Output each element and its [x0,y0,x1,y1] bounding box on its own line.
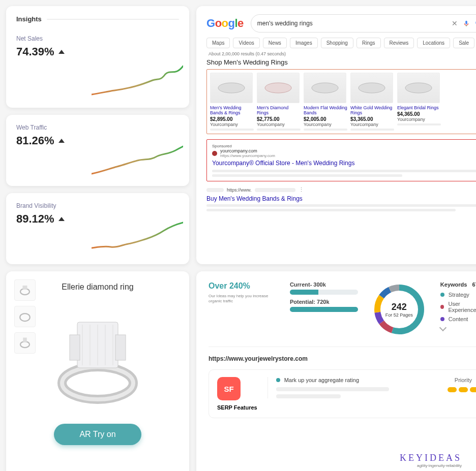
thumbnail[interactable] [14,332,36,354]
product-title: Elegant Bridal Rings [397,105,441,110]
expand-legend[interactable] [440,325,476,330]
shopping-carousel: Men's Wedding Bands & Rings $2,895.00 Yo… [206,69,476,134]
trend-up-icon [58,217,65,221]
product-price: $4,365.00 [397,111,441,117]
sparkline-web-traffic [92,143,183,179]
keywords-label: Keywords [440,281,467,288]
product-card[interactable]: Modern Flat Wedding Bands $2,005.00 Your… [304,73,347,131]
analyzed-url: https://www.yourjewelrystore.com [209,347,476,362]
search-tabs: Maps Videos News Images Shopping Rings R… [206,38,476,48]
legend-item: Content [440,316,476,322]
donut-value: 242 [392,302,407,312]
tab-sale[interactable]: Sale [453,38,474,48]
organic-url-prefix: https://www. [227,187,252,193]
product-price: $2,895.00 [210,116,254,122]
sf-badge: SF [217,377,241,400]
product-image-large [42,307,154,409]
search-input[interactable]: men's wedding rings ✕ [251,14,476,33]
product-price: $2,775.00 [257,116,301,122]
product-title: Ellerie diamond ring [62,282,133,292]
svg-point-11 [20,341,29,348]
sf-recommendation: Mark up your aggregate rating [284,377,359,383]
keywords-count: 670 [472,281,476,288]
product-card[interactable]: Men's Wedding Bands & Rings $2,895.00 Yo… [210,73,254,131]
product-image [257,73,300,103]
product-image [350,73,393,103]
tab-news[interactable]: News [263,38,287,48]
tab-videos[interactable]: Videos [233,38,259,48]
brand-tagline: agility·ingenuity·reliability [400,463,462,468]
product-title: Men's Diamond Rings [257,105,301,115]
priority-label: Priority [448,377,476,383]
metric-card-web-traffic: Web Traffic 81.26% [6,115,189,186]
metric-label-brand-visibility: Brand Visibility [16,202,179,209]
tab-reviews[interactable]: Reviews [384,38,414,48]
svg-point-5 [312,83,338,93]
svg-rect-12 [23,338,27,342]
sponsored-url: https://www.yourcompany.com [220,153,275,158]
metric-label-net-sales: Net Sales [16,35,179,42]
sponsored-headline: Yourcompany® Official Store - Men's Wedd… [212,160,476,167]
thumbnail[interactable] [14,279,36,301]
insights-column: Insights Net Sales 74.39% Web Traffic 81… [6,6,189,264]
tab-maps[interactable]: Maps [206,38,230,48]
donut-sub: For 52 Pages [385,312,413,318]
product-company: Yourcompany [304,122,347,127]
product-title: White Gold Wedding Rings [350,105,394,115]
mic-icon[interactable] [463,20,470,27]
ideas-donut-chart: 242 For 52 Pages [371,281,427,337]
product-company: Yourcompany [210,122,254,127]
sponsored-label: Sponsored [212,144,476,148]
metric-label-web-traffic: Web Traffic [16,124,179,131]
organic-result[interactable]: https://www. ⋮ Buy Men's Wedding Bands &… [206,186,476,211]
svg-rect-22 [115,335,126,360]
product-company: Yourcompany [397,117,441,122]
metric-value-web-traffic: 81.26% [16,134,54,147]
svg-rect-9 [23,286,27,290]
brand-name: KEYIDEAS [400,453,462,463]
sf-label: SERP Features [217,404,257,411]
product-image [397,73,440,103]
serp-features-box: SF SERP Features Mark up your aggregate … [209,369,476,418]
svg-point-3 [218,83,245,93]
legend-item: Strategy [440,292,476,298]
tab-locations[interactable]: Locations [417,38,450,48]
ar-tryon-card: Ellerie diamond ring AR Try on [6,271,189,471]
product-card[interactable]: Elegant Bridal Rings $4,365.00 Yourcompa… [397,73,441,131]
product-card[interactable]: Men's Diamond Rings $2,775.00 Yourcompan… [257,73,301,131]
current-label: Current- 300k [290,281,358,288]
svg-point-6 [359,83,385,93]
thumbnail[interactable] [14,306,36,327]
chevron-down-icon [439,324,447,331]
product-image [210,73,253,103]
svg-point-4 [265,83,291,93]
divider [47,19,179,20]
tab-shopping[interactable]: Shopping [321,38,353,48]
clear-icon[interactable]: ✕ [452,19,458,27]
sponsored-domain: yourcompany.com [220,148,275,153]
priority-indicator [448,387,476,392]
svg-point-8 [20,289,29,295]
product-card[interactable]: White Gold Wedding Rings $3,365.00 Yourc… [350,73,394,131]
organic-title: Buy Men's Wedding Bands & Rings [206,195,476,202]
sponsored-result[interactable]: Sponsored yourcompany.com https://www.yo… [206,139,476,181]
metric-value-brand-visibility: 89.12% [16,212,54,226]
product-title: Modern Flat Wedding Bands [304,105,347,115]
metric-value-net-sales: 74.39% [16,45,54,58]
traffic-subtext: Our Ideas may help you increase organic … [209,294,277,304]
serp-card: Google men's wedding rings ✕ Maps Videos… [196,6,476,264]
shopping-carousel-title: Shop Men's Wedding Rings [206,58,476,66]
trend-up-icon [58,50,65,54]
tab-images[interactable]: Images [290,38,318,48]
favicon-icon [212,151,217,156]
sparkline-net-sales [92,65,183,101]
svg-point-7 [405,83,432,93]
ar-tryon-button[interactable]: AR Try on [54,424,141,445]
google-logo: Google [206,17,244,30]
sparkline-brand-visibility [92,222,183,257]
traffic-uplift: Over 240% [209,281,277,291]
tab-rings[interactable]: Rings [356,38,381,48]
product-company: Yourcompany [350,122,394,127]
product-price: $2,005.00 [304,116,347,122]
metric-card-brand-visibility: Brand Visibility 89.12% [6,193,189,264]
